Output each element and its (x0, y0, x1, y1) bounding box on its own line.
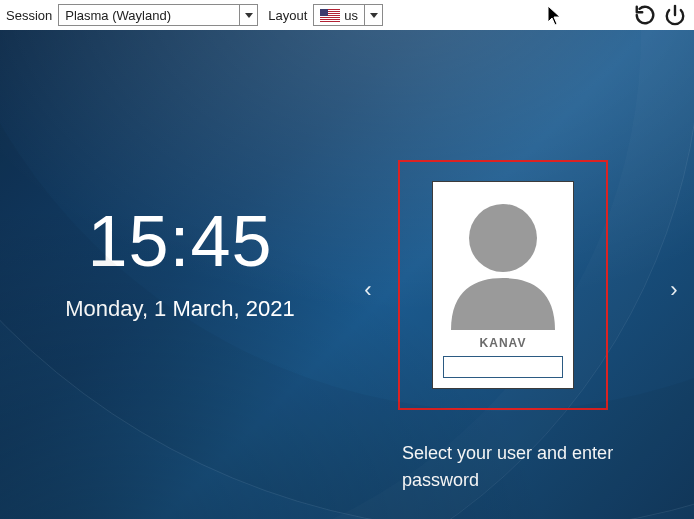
password-input[interactable] (443, 356, 563, 378)
avatar (441, 190, 565, 330)
session-select-value: Plasma (Wayland) (59, 5, 239, 25)
reload-button[interactable] (632, 2, 658, 28)
chevron-left-icon: ‹ (364, 277, 371, 303)
person-icon (441, 190, 565, 330)
layout-select[interactable]: us (313, 4, 383, 26)
layout-select-value: us (344, 8, 358, 23)
svg-point-2 (469, 204, 537, 272)
clock-date: Monday, 1 March, 2021 (20, 296, 340, 322)
session-select[interactable]: Plasma (Wayland) (58, 4, 258, 26)
prev-user-button[interactable]: ‹ (356, 270, 380, 310)
chevron-right-icon: › (670, 277, 677, 303)
next-user-button[interactable]: › (662, 270, 686, 310)
username-label: KANAV (480, 336, 527, 350)
login-prompt: Select your user and enter password (402, 440, 662, 494)
login-background: 15:45 Monday, 1 March, 2021 ‹ › KANAV Se… (0, 30, 694, 519)
power-button[interactable] (662, 2, 688, 28)
clock-area: 15:45 Monday, 1 March, 2021 (20, 200, 340, 322)
chevron-down-icon (239, 5, 257, 25)
user-highlight-frame: KANAV (398, 160, 608, 410)
user-card[interactable]: KANAV (432, 181, 574, 389)
top-bar: Session Plasma (Wayland) Layout us (0, 0, 694, 30)
layout-label: Layout (268, 8, 307, 23)
session-label: Session (6, 8, 52, 23)
reload-icon (634, 4, 656, 26)
power-icon (664, 4, 686, 26)
chevron-down-icon (364, 5, 382, 25)
clock-time: 15:45 (20, 200, 340, 282)
us-flag-icon (320, 9, 340, 22)
